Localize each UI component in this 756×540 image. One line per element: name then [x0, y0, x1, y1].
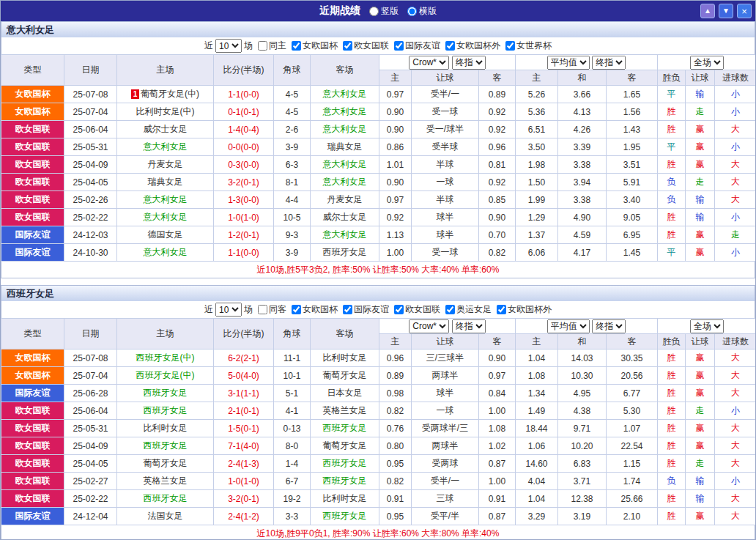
- match-type-badge: 女欧国杯: [1, 367, 64, 385]
- away-team[interactable]: 比利时女足: [311, 349, 379, 367]
- near-label: 近: [204, 40, 213, 52]
- odds-company-select[interactable]: Crow*: [409, 56, 449, 70]
- away-team[interactable]: 日本女足: [311, 385, 379, 402]
- home-team[interactable]: 西班牙女足(中): [117, 367, 214, 385]
- away-team[interactable]: 西班牙女足: [311, 508, 379, 525]
- match-count-select[interactable]: 10: [215, 39, 242, 53]
- home-team[interactable]: 西班牙女足: [117, 490, 214, 508]
- result-goals: 大: [715, 420, 756, 437]
- away-team[interactable]: 比利时女足: [311, 490, 379, 508]
- layout-radio-vertical[interactable]: 竖版: [369, 5, 399, 18]
- competition-checkbox[interactable]: 女欧国杯: [292, 303, 338, 316]
- horizontal-radio[interactable]: [407, 7, 417, 16]
- away-team[interactable]: 意大利女足: [311, 121, 379, 138]
- away-team[interactable]: 意大利女足: [311, 174, 379, 191]
- avg-time-select[interactable]: 终指: [592, 319, 626, 333]
- away-team[interactable]: 瑞典女足: [311, 138, 379, 156]
- result-outcome: 胜: [658, 209, 686, 226]
- home-team[interactable]: 比利时女足(中): [117, 103, 214, 121]
- same-venue-input[interactable]: [258, 305, 267, 314]
- home-team[interactable]: 比利时女足: [117, 420, 214, 437]
- home-team[interactable]: 意大利女足: [117, 138, 214, 156]
- home-team[interactable]: 西班牙女足: [117, 385, 214, 402]
- close-button[interactable]: ×: [737, 4, 752, 18]
- home-team[interactable]: 1葡萄牙女足(中): [117, 86, 214, 103]
- competition-checkbox[interactable]: 国际友谊: [343, 303, 389, 316]
- home-team[interactable]: 西班牙女足: [117, 402, 214, 420]
- away-team[interactable]: 西班牙女足: [311, 455, 379, 473]
- avg-away: 1.45: [607, 244, 658, 262]
- result-goals: 小: [715, 86, 756, 103]
- competition-checkbox[interactable]: 女世界杯: [505, 40, 552, 52]
- home-team[interactable]: 德国女足: [117, 226, 214, 244]
- match-row: 欧女国联25-02-22意大利女足1-0(1-0)10-5威尔士女足0.92球半…: [1, 209, 756, 226]
- match-date: 25-07-04: [64, 367, 117, 385]
- match-date: 25-05-31: [64, 420, 117, 437]
- away-team[interactable]: 西班牙女足: [311, 244, 379, 262]
- away-team[interactable]: 意大利女足: [311, 226, 379, 244]
- home-team[interactable]: 意大利女足: [117, 244, 214, 262]
- competition-checkbox[interactable]: 女欧国杯: [292, 40, 338, 52]
- same-venue-input[interactable]: [258, 41, 267, 51]
- away-team[interactable]: 葡萄牙女足: [311, 437, 379, 455]
- away-team[interactable]: 意大利女足: [311, 86, 379, 103]
- avg-away: 1.95: [607, 138, 658, 156]
- handicap-line: 受一/球半: [412, 121, 479, 138]
- avg-time-select[interactable]: 终指: [592, 56, 626, 70]
- home-team[interactable]: 西班牙女足(中): [117, 349, 214, 367]
- home-team[interactable]: 西班牙女足: [117, 437, 214, 455]
- score: 1-2(0-1): [214, 226, 274, 244]
- odds-time-select[interactable]: 终指: [452, 56, 486, 70]
- result-handicap: 赢: [686, 385, 715, 402]
- away-team[interactable]: 威尔士女足: [311, 209, 379, 226]
- match-date: 25-05-31: [64, 138, 117, 156]
- away-team[interactable]: 西班牙女足: [311, 420, 379, 437]
- home-team[interactable]: 法国女足: [117, 508, 214, 525]
- avg-value-select[interactable]: 平均值: [547, 56, 590, 70]
- layout-radio-horizontal[interactable]: 横版: [407, 5, 437, 18]
- section-title: 西班牙女足: [1, 285, 755, 301]
- match-date: 25-04-05: [64, 174, 117, 191]
- competition-checkbox[interactable]: 女欧国杯外: [445, 40, 500, 52]
- scope-select[interactable]: 全场: [690, 319, 724, 333]
- result-handicap: 赢: [686, 156, 715, 174]
- avg-value-select[interactable]: 平均值: [547, 319, 590, 333]
- handicap-line: 球半: [412, 385, 479, 402]
- away-team[interactable]: 西班牙女足: [311, 473, 379, 490]
- away-team[interactable]: 丹麦女足: [311, 191, 379, 209]
- scope-select[interactable]: 全场: [690, 56, 724, 70]
- same-venue-checkbox[interactable]: 同主: [258, 40, 286, 52]
- odds-time-select[interactable]: 终指: [452, 319, 486, 333]
- move-down-button[interactable]: ▼: [719, 4, 733, 18]
- home-team[interactable]: 瑞典女足: [117, 174, 214, 191]
- home-team[interactable]: 丹麦女足: [117, 156, 214, 174]
- score: 1-0(1-0): [214, 473, 274, 490]
- home-team[interactable]: 葡萄牙女足: [117, 455, 214, 473]
- home-team[interactable]: 英格兰女足: [117, 473, 214, 490]
- away-team[interactable]: 意大利女足: [311, 103, 379, 121]
- match-type-badge: 国际友谊: [1, 244, 64, 262]
- competition-checkbox[interactable]: 欧女国联: [394, 303, 440, 316]
- home-team[interactable]: 意大利女足: [117, 191, 214, 209]
- away-team[interactable]: 英格兰女足: [311, 402, 379, 420]
- odds-company-select[interactable]: Crow*: [409, 319, 449, 333]
- move-up-button[interactable]: ▲: [700, 4, 715, 18]
- away-team[interactable]: 葡萄牙女足: [311, 367, 379, 385]
- match-type-badge: 国际友谊: [1, 226, 64, 244]
- home-team[interactable]: 威尔士女足: [117, 121, 214, 138]
- match-count-select[interactable]: 10: [215, 303, 242, 317]
- sub-header: 让球: [686, 70, 715, 86]
- same-venue-checkbox[interactable]: 同客: [258, 303, 286, 316]
- odds-home: 0.95: [379, 508, 412, 525]
- match-type-badge: 女欧国杯: [1, 349, 64, 367]
- competition-checkbox[interactable]: 女欧国杯外: [497, 303, 552, 316]
- vertical-radio[interactable]: [369, 7, 379, 16]
- competition-checkbox[interactable]: 欧女国联: [343, 40, 389, 52]
- away-team[interactable]: 意大利女足: [311, 156, 379, 174]
- match-row: 女欧国杯25-07-08西班牙女足(中)6-2(2-1)11-1比利时女足0.9…: [1, 349, 756, 367]
- result-handicap: 输: [686, 209, 715, 226]
- home-team[interactable]: 意大利女足: [117, 209, 214, 226]
- odds-away: 0.92: [479, 174, 516, 191]
- competition-checkbox[interactable]: 国际友谊: [394, 40, 440, 52]
- competition-checkbox[interactable]: 奥运女足: [445, 303, 492, 316]
